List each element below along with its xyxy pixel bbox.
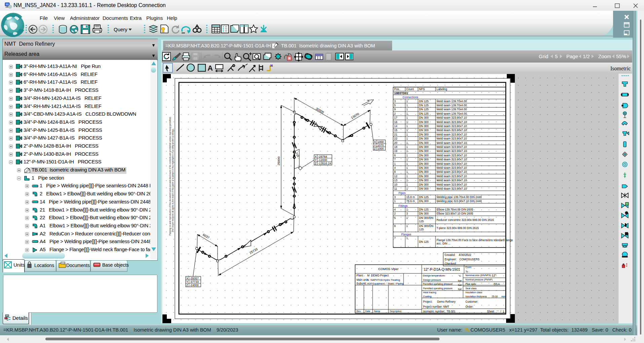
svg-text:Seal class: Seal class: [465, 287, 477, 290]
svg-text:17: 17: [394, 116, 397, 119]
svg-text:5: 5: [394, 104, 396, 107]
svg-text:Order:: Order:: [465, 305, 473, 308]
svg-text:Isometric number: TB.001: Isometric number: TB.001: [423, 310, 456, 313]
svg-text:Engineer:: Engineer:: [445, 258, 457, 261]
svg-text:Permitted operating pressure: Permitted operating pressure: [423, 287, 453, 290]
svg-text:1: 1: [406, 141, 408, 145]
svg-text:3: 3: [406, 212, 408, 215]
svg-text:Plant:: Plant:: [356, 274, 364, 277]
svg-text:Nominal pressure (PN/NP): Nominal pressure (PN/NP): [465, 278, 492, 281]
svg-text:Sheet: Sheet: [487, 310, 494, 313]
svg-text:125: 125: [419, 228, 424, 231]
svg-text:N NAPHTHA Hydro Treating: N NAPHTHA Hydro Treating: [367, 278, 400, 281]
svg-text:DN 300: DN 300: [419, 116, 429, 119]
svg-text:X: X: [315, 155, 317, 158]
svg-text:Project number: NMT: Project number: NMT: [423, 305, 449, 308]
svg-text:DN 125: DN 125: [419, 100, 429, 103]
svg-text:1: 1: [406, 116, 408, 119]
svg-text:Fittings: Fittings: [399, 204, 408, 207]
svg-text:DN 300: DN 300: [419, 128, 429, 132]
svg-text:Passing on and reproduction of: Passing on and reproduction of this docu…: [169, 116, 172, 235]
svg-text:16: 16: [394, 120, 397, 124]
svg-text:Weld seam 323.90x7.10: Weld seam 323.90x7.10: [437, 149, 467, 153]
svg-text:DN 300/DN: DN 300/DN: [419, 224, 433, 228]
svg-text:Z: Z: [315, 162, 316, 165]
svg-text:Insulation class: Insulation class: [465, 291, 482, 294]
svg-text:3: 3: [394, 100, 396, 103]
svg-text:Created:: Created:: [445, 253, 455, 257]
svg-text:1: 1: [406, 149, 408, 153]
svg-text:Weld seam 323.90x7.10: Weld seam 323.90x7.10: [437, 162, 467, 165]
svg-text:Design pressure: Design pressure: [423, 278, 441, 281]
svg-text:COMOSUSER5: COMOSUSER5: [459, 258, 480, 261]
svg-text:5: 5: [394, 216, 396, 220]
svg-text:X: X: [186, 277, 188, 280]
svg-text:Weld seam 323.90x7.10: Weld seam 323.90x7.10: [437, 183, 467, 186]
svg-text:DN 300: DN 300: [419, 187, 429, 190]
svg-text:DN 300: DN 300: [419, 199, 429, 203]
svg-text:1: 1: [406, 162, 408, 165]
svg-text:Weld seam 139.70x4.00: Weld seam 139.70x4.00: [437, 104, 467, 107]
svg-text:25.00: 25.00: [492, 295, 498, 298]
svg-text:1: 1: [406, 108, 408, 111]
svg-text:1000: 1000: [377, 147, 384, 150]
svg-text:X: X: [374, 140, 376, 144]
svg-text:The owner reserves all rights: The owner reserves all rights in the eve…: [172, 128, 174, 232]
svg-text:Y: Y: [186, 280, 188, 283]
svg-text:DN 300: DN 300: [419, 158, 429, 161]
svg-text:1: 1: [406, 183, 408, 186]
svg-text:25000: 25000: [277, 157, 280, 165]
svg-text:Weld seam 323.90x7.10: Weld seam 323.90x7.10: [437, 124, 467, 128]
svg-text:Count: Count: [406, 87, 414, 91]
svg-text:1: 1: [406, 112, 408, 115]
svg-text:M DEMO Project: M DEMO Project: [367, 274, 389, 277]
svg-text:14: 14: [394, 124, 397, 128]
svg-text:4: 4: [394, 208, 396, 211]
svg-text:DN 300/DN: DN 300/DN: [419, 216, 433, 220]
svg-text:-24000: -24000: [190, 283, 199, 287]
svg-text:10: 10: [394, 183, 397, 186]
svg-text:1: 1: [406, 175, 408, 178]
svg-text:18: 18: [394, 145, 397, 149]
svg-text:12"-P-D1A-Q-MN-1501: 12"-P-D1A-Q-MN-1501: [424, 267, 460, 271]
svg-text:Weld seam 323.90x7.10: Weld seam 323.90x7.10: [437, 128, 467, 132]
svg-text:21: 21: [394, 133, 397, 136]
svg-text:Elbow 139.70x4.00 DIN 2605: Elbow 139.70x4.00 DIN 2605: [437, 208, 473, 211]
svg-text:DN 300: DN 300: [419, 124, 429, 128]
svg-text:15.8 m: 15.8 m: [406, 195, 415, 199]
svg-text:20: 20: [394, 141, 397, 145]
svg-text:78.6 m: 78.6 m: [406, 199, 415, 203]
svg-text:Weld seam 323.90x7.10: Weld seam 323.90x7.10: [437, 137, 467, 140]
svg-text:Coating: Coating: [423, 295, 431, 298]
svg-text:1: 1: [406, 158, 408, 161]
svg-text:Z: Z: [374, 147, 376, 150]
svg-text:125: 125: [419, 220, 424, 223]
svg-text:DN 300: DN 300: [419, 137, 429, 140]
svg-text:~~: ~~: [496, 310, 499, 312]
svg-text:2: 2: [394, 112, 396, 115]
svg-text:8: 8: [394, 170, 396, 174]
svg-text:1: 1: [406, 100, 408, 103]
svg-text:1: 1: [406, 216, 408, 220]
svg-text:1: 1: [406, 104, 408, 107]
svg-text:1: 1: [406, 224, 408, 228]
svg-text:1: 1: [406, 187, 408, 190]
svg-text:bar: bar: [458, 279, 462, 282]
svg-text:DN 300: DN 300: [419, 183, 429, 186]
svg-text:Pipes: Pipes: [399, 191, 406, 195]
svg-text:Nominal size (DN/NPS): Nominal size (DN/NPS): [465, 274, 491, 277]
svg-text:Flange 139.70x4.00 Face to fac: Flange 139.70x4.00 Face to face dimensio…: [437, 238, 513, 242]
svg-text:Permitted operating pressure: Permitted operating pressure: [423, 283, 453, 285]
svg-text:Welding pipe 139.70x4.00 DIN 2: Welding pipe 139.70x4.00 DIN 2448: [437, 195, 482, 199]
svg-text:15: 15: [394, 128, 397, 132]
svg-text:bar: bar: [458, 283, 462, 287]
svg-text:7: 7: [394, 158, 396, 161]
svg-text:-28784: -28784: [318, 155, 327, 158]
svg-text:9: 9: [394, 108, 396, 111]
svg-text:1000: 1000: [377, 140, 384, 144]
svg-text:12: 12: [394, 175, 397, 178]
svg-text:DN 125: DN 125: [419, 208, 429, 211]
svg-text:Weld seam 323.90x7.10: Weld seam 323.90x7.10: [437, 179, 467, 182]
svg-text:Rev.: Rev.: [356, 310, 361, 312]
svg-text:2: 2: [394, 212, 396, 215]
